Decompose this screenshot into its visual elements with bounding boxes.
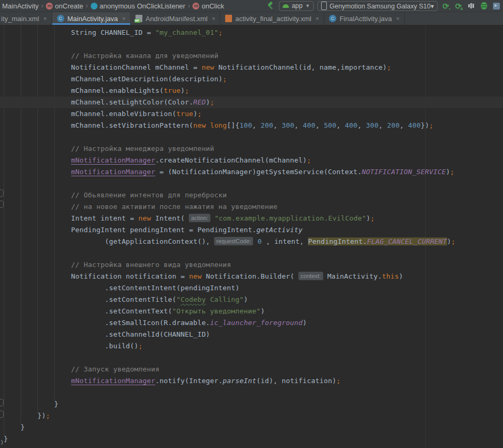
code-token: Codeby (180, 296, 206, 303)
code-token: ) (244, 296, 248, 303)
run-configuration-select[interactable]: app ▼ (279, 1, 314, 11)
bug-icon (481, 2, 487, 9)
code-line: PendingIntent pendingIntent = PendingInt… (0, 224, 503, 236)
rerun-activity-button[interactable]: ⟳▪ (441, 2, 450, 11)
code-line: // Запуск уведомления (0, 364, 503, 375)
device-select[interactable]: Genymotion Samsung Galaxy S10▾ (317, 1, 438, 11)
tab-close-icon[interactable]: × (212, 15, 215, 22)
code-line: // Настройка канала для уведомлений (0, 50, 503, 62)
code-token: "Открыть уведомление" (172, 307, 260, 315)
tab-label: AndroidManifest.xml (146, 15, 208, 23)
code-token: new (139, 214, 151, 222)
code-line: // Настройка менеджера уведомлений (0, 143, 503, 155)
code-line: .setContentText("Открыть уведомление") (0, 306, 503, 317)
code-token: , (400, 121, 408, 129)
run-configuration-label: app (292, 2, 303, 9)
code-token: , (252, 121, 260, 129)
apply-code-changes-button[interactable]: ⟳A (454, 2, 463, 11)
editor-tab[interactable]: activity_final_acttivity.xml× (220, 12, 324, 25)
code-token (210, 214, 215, 222)
breadcrumb-label: onCreate (55, 2, 83, 10)
code-token: []{ (227, 121, 239, 129)
editor-tab[interactable]: ity_main.xml× (0, 12, 52, 25)
code-line: .setChannelId(CHANNEL_ID) (0, 329, 503, 340)
profiler-button[interactable] (467, 2, 476, 11)
code-token: mNotificationManager (71, 156, 156, 164)
code-token: ) (303, 319, 307, 327)
breadcrumb-item[interactable]: anonymous OnClickListener (90, 2, 187, 10)
code-token: } (21, 423, 25, 431)
code-token: (getApplicationContext(), (105, 237, 215, 245)
code-token: }) (37, 412, 46, 420)
code-token: mNotificationManager (71, 168, 156, 176)
code-line: // Настройка внешнего вида уведомления (0, 259, 503, 271)
code-token: mChannel.enableVibration( (71, 110, 177, 118)
tab-close-icon[interactable]: × (315, 15, 318, 22)
code-token: = (NotificationManager)getSystemService(… (156, 168, 362, 176)
code-line: mChannel.enableVibration(true); (0, 108, 503, 120)
code-token: ic_launcher_foreground (210, 319, 303, 327)
tab-close-icon[interactable]: × (122, 15, 125, 22)
editor-tab[interactable]: CFinalActtivity.java× (324, 12, 405, 25)
code-token: .notify(Integer. (156, 377, 223, 385)
code-token: "com.example.myapplication.EvilCode" (215, 214, 366, 222)
code-token: ; (307, 156, 311, 164)
code-token: new (193, 121, 206, 129)
code-token: true (164, 87, 181, 94)
breadcrumb-item[interactable]: monClick (191, 2, 225, 10)
tab-close-icon[interactable]: × (43, 15, 46, 22)
code-line: (getApplicationContext(), requestCode: 0… (0, 236, 503, 247)
code-token: NotificationChannel mChannel = (71, 63, 202, 71)
code-token: // Настройка канала для уведомлений (71, 52, 219, 60)
code-token: NotificationChannel(id, name,importance) (214, 63, 386, 71)
breadcrumb-item[interactable]: MainActivity (1, 2, 40, 10)
code-token: ) (260, 307, 265, 315)
build-hammer-icon[interactable] (267, 2, 275, 10)
code-line-current: mChannel.setLightColor(Color.RED); (0, 97, 503, 108)
code-token: PendingIntent pendingIntent = PendingInt… (71, 226, 256, 234)
code-token: Intent( (151, 214, 189, 222)
tab-label: MainActivity.java (67, 15, 118, 23)
attach-debugger-button[interactable] (492, 2, 501, 11)
parameter-hint: requestCode: (214, 237, 253, 245)
code-line (0, 247, 503, 259)
code-line: Intent intent = new Intent( action: "com… (0, 213, 503, 224)
run-toolbar: app ▼ Genymotion Samsung Galaxy S10▾ ⟳▪ … (267, 1, 501, 11)
code-token: , (315, 121, 324, 129)
code-token: Intent intent = (71, 214, 139, 222)
code-token: ; (429, 121, 433, 129)
code-token: 300 (366, 121, 379, 129)
editor-tab[interactable]: CMainActivity.java× (52, 12, 131, 25)
code-line: .setSmallIcon(R.drawable.ic_launcher_for… (0, 317, 503, 329)
code-token: true (176, 110, 193, 118)
breadcrumb: MainActivity›monCreate›anonymous OnClick… (1, 2, 225, 10)
editor-tab[interactable]: MFAndroidManifest.xml× (131, 12, 220, 25)
navigation-toolbar: MainActivity›monCreate›anonymous OnClick… (0, 0, 503, 12)
code-token: } (4, 435, 8, 443)
anon-class-icon (91, 3, 98, 9)
code-token: ; (197, 110, 201, 118)
code-line: mChannel.enableLights(true); (0, 85, 503, 97)
code-token: ; (46, 412, 50, 420)
code-token: // на новое активити после нажатия на ув… (71, 203, 277, 211)
tab-label: activity_final_acttivity.xml (235, 15, 311, 23)
code-token: , (379, 121, 387, 129)
code-token: ) (446, 168, 450, 176)
code-editor[interactable]: ❭ String CHANNEL_ID = "my_channel_01"; /… (0, 25, 503, 448)
code-token: .setSmallIcon(R.drawable. (105, 319, 210, 327)
code-line: Notification notification = new Notifica… (0, 271, 503, 282)
breadcrumb-item[interactable]: monCreate (45, 2, 84, 10)
tab-label: FinalActtivity.java (340, 15, 392, 23)
code-token: ; (210, 98, 214, 106)
code-token: // Настройка внешнего вида уведомления (71, 261, 231, 269)
code-token: .createNotificationChannel(mChannel) (156, 156, 307, 164)
debug-button[interactable] (479, 2, 488, 11)
code-token: PendingIntent. (308, 237, 367, 245)
code-token: // Обьявление интентов для переброски (71, 191, 227, 199)
code-line: mChannel.setVibrationPattern(new long[]{… (0, 120, 503, 131)
code-line (0, 352, 503, 364)
tab-close-icon[interactable]: × (396, 15, 399, 22)
code-token: , (294, 121, 303, 129)
code-line: } (0, 433, 503, 445)
code-line: mNotificationManager.notify(Integer.pars… (0, 375, 503, 387)
